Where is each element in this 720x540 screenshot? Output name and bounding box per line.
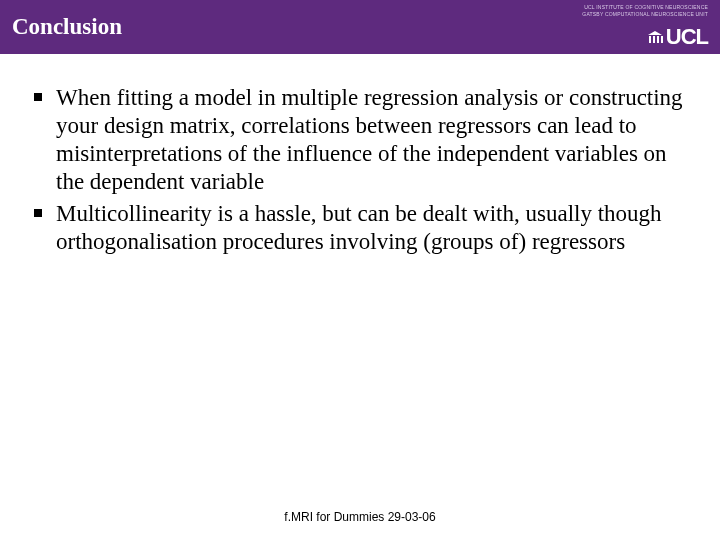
slide: Conclusion UCL INSTITUTE OF COGNITIVE NE… [0,0,720,540]
slide-title: Conclusion [12,14,122,40]
slide-header: Conclusion UCL INSTITUTE OF COGNITIVE NE… [0,0,720,54]
list-item: Multicollinearity is a hassle, but can b… [28,200,696,256]
list-item: When fitting a model in multiple regress… [28,84,696,196]
affiliation-line-2: GATSBY COMPUTATIONAL NEUROSCIENCE UNIT [582,12,708,18]
slide-footer: f.MRI for Dummies 29-03-06 [0,510,720,524]
ucl-logo-text: UCL [666,24,708,50]
affiliation-line-1: UCL INSTITUTE OF COGNITIVE NEUROSCIENCE [584,5,708,11]
portico-icon [648,31,662,43]
bullet-list: When fitting a model in multiple regress… [28,84,696,256]
slide-body: When fitting a model in multiple regress… [0,54,720,256]
ucl-logo: UCL [648,24,708,50]
header-right: UCL INSTITUTE OF COGNITIVE NEUROSCIENCE … [582,5,708,50]
